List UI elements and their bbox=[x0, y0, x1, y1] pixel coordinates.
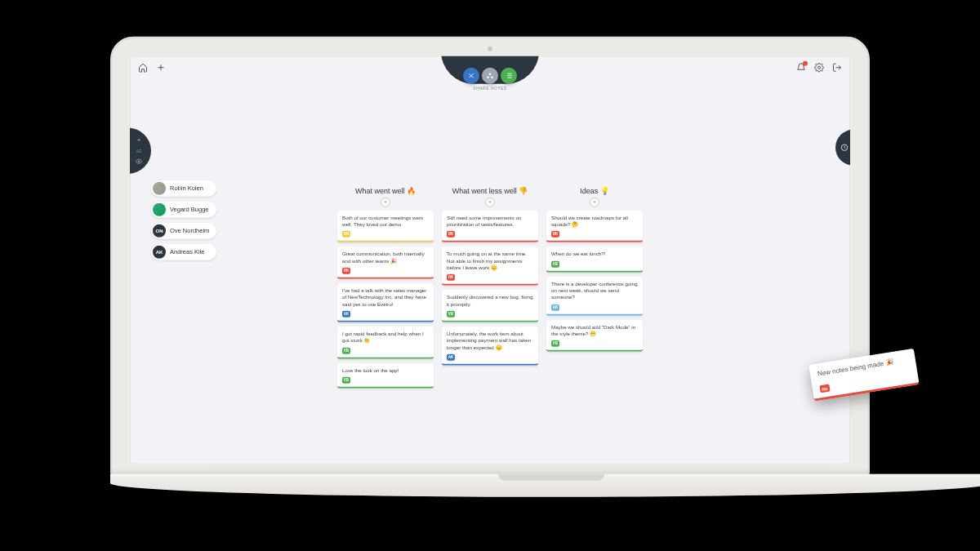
svg-point-0 bbox=[818, 66, 821, 69]
home-icon[interactable] bbox=[138, 62, 148, 73]
note-text: Should we create roadmaps for all squads… bbox=[551, 214, 638, 228]
column-add-button[interactable]: + bbox=[590, 197, 599, 207]
note-text: Great communication, both internally and… bbox=[342, 251, 429, 264]
note-card[interactable]: Suddenly discovered a new bug, fixing it… bbox=[442, 290, 538, 322]
participant-name: Ove Nordheim bbox=[170, 227, 209, 234]
participant-item[interactable]: Vegard Bugge bbox=[151, 201, 216, 217]
participants-list: Robin KoienVegard BuggeONOve NordheimAKA… bbox=[151, 180, 216, 260]
participant-item[interactable]: Robin Koien bbox=[151, 180, 216, 196]
board: What went well 🔥+Both of our customer me… bbox=[337, 186, 643, 389]
note-card[interactable]: Still need some improvements on prioriti… bbox=[442, 210, 538, 242]
column-title: What went well 🔥 bbox=[355, 186, 416, 194]
svg-point-4 bbox=[138, 160, 140, 162]
note-card[interactable]: I got rapid feedback and help when I got… bbox=[337, 327, 434, 359]
note-card[interactable]: Maybe we should add "Dark Mode" in the s… bbox=[546, 319, 643, 352]
note-author-badge: VB bbox=[447, 311, 455, 318]
note-author-badge: AK bbox=[551, 304, 559, 310]
laptop-frame: SHARE NOTES + AZ Robin KoienVegard Bugge… bbox=[110, 36, 870, 477]
camera-dot bbox=[488, 46, 492, 51]
note-author-badge: RK bbox=[447, 231, 455, 238]
note-card[interactable]: To much going on at the same time. Not a… bbox=[442, 247, 538, 286]
plus-icon[interactable]: + bbox=[136, 136, 142, 143]
note-card[interactable]: There is a developer conference going on… bbox=[546, 276, 643, 315]
laptop-notch bbox=[498, 473, 604, 480]
svg-point-2 bbox=[487, 76, 489, 78]
column-title: Ideas 💡 bbox=[580, 186, 609, 194]
app-screen: SHARE NOTES + AZ Robin KoienVegard Bugge… bbox=[130, 56, 850, 464]
hump-button-tools[interactable] bbox=[463, 67, 479, 83]
column-header: What went well 🔥+ bbox=[337, 186, 434, 207]
note-card[interactable]: Great communication, both internally and… bbox=[337, 247, 434, 279]
share-notes-label: SHARE NOTES bbox=[473, 85, 506, 90]
participant-item[interactable]: ONOve Nordheim bbox=[151, 222, 216, 238]
az-sort-icon[interactable]: AZ bbox=[136, 147, 142, 153]
notification-badge bbox=[803, 60, 808, 65]
note-text: Maybe we should add "Dark Mode" in the s… bbox=[551, 323, 638, 337]
note-text: Still need some improvements on prioriti… bbox=[447, 214, 533, 228]
note-text: Love the look on the app! bbox=[342, 367, 429, 373]
column-add-button[interactable]: + bbox=[381, 197, 390, 207]
exit-icon[interactable] bbox=[832, 62, 842, 73]
column-header: What went less well 👎+ bbox=[442, 186, 538, 207]
note-text: I got rapid feedback and help when I got… bbox=[342, 331, 429, 344]
note-author-badge: RK bbox=[551, 231, 559, 238]
participant-name: Robin Koien bbox=[170, 184, 203, 192]
board-column: What went less well 👎+Still need some im… bbox=[442, 186, 538, 389]
note-author-badge: AK bbox=[342, 311, 350, 318]
note-author-badge: VB bbox=[342, 347, 350, 353]
participant-name: Vegard Bugge bbox=[170, 206, 209, 213]
note-author-badge: ON bbox=[342, 231, 350, 238]
svg-point-3 bbox=[491, 76, 493, 78]
eye-icon[interactable] bbox=[136, 158, 142, 164]
settings-icon[interactable] bbox=[814, 62, 824, 73]
note-text: Both of our customer meetings went well.… bbox=[342, 214, 429, 228]
column-title: What went less well 👎 bbox=[452, 186, 528, 194]
note-author-badge: RK bbox=[342, 268, 350, 274]
top-hump-buttons bbox=[463, 67, 517, 83]
note-card[interactable]: Love the look on the app!VB bbox=[337, 362, 434, 388]
note-card[interactable]: Both of our customer meetings went well.… bbox=[337, 210, 434, 242]
note-author-badge: VB bbox=[342, 377, 350, 384]
board-column: What went well 🔥+Both of our customer me… bbox=[337, 186, 434, 389]
note-text: I've had a talk with the sales manager o… bbox=[342, 287, 429, 308]
column-header: Ideas 💡+ bbox=[546, 186, 643, 207]
note-author-badge: AK bbox=[447, 354, 455, 361]
participant-item[interactable]: AKAndreas Kile bbox=[151, 243, 216, 260]
left-side-panel[interactable]: + AZ bbox=[130, 127, 151, 173]
note-author-badge: VB bbox=[551, 260, 559, 267]
svg-point-1 bbox=[489, 73, 492, 75]
add-icon[interactable] bbox=[156, 62, 166, 73]
laptop-base bbox=[110, 473, 980, 496]
column-add-button[interactable]: + bbox=[485, 197, 495, 207]
note-text: Unfortunately, the work item about imple… bbox=[447, 331, 533, 351]
avatar: AK bbox=[153, 245, 166, 258]
right-side-panel[interactable] bbox=[835, 129, 850, 165]
note-text: To much going on at the same time. Not a… bbox=[447, 251, 533, 271]
note-card[interactable]: I've had a talk with the sales manager o… bbox=[337, 283, 434, 322]
note-card[interactable]: Unfortunately, the work item about imple… bbox=[442, 327, 538, 366]
avatar: ON bbox=[153, 224, 166, 237]
floating-note-avatar: RK bbox=[819, 384, 830, 393]
participant-name: Andreas Kile bbox=[170, 248, 205, 256]
avatar bbox=[153, 202, 166, 216]
notifications-icon[interactable] bbox=[796, 62, 806, 73]
note-author-badge: VB bbox=[551, 340, 559, 347]
note-card[interactable]: When do we eat lunch?!VB bbox=[546, 247, 643, 272]
board-column: Ideas 💡+Should we create roadmaps for al… bbox=[546, 186, 643, 389]
note-text: Suddenly discovered a new bug, fixing it… bbox=[447, 294, 533, 308]
hump-button-list[interactable] bbox=[501, 67, 517, 83]
note-text: When do we eat lunch?! bbox=[551, 251, 638, 257]
note-author-badge: RK bbox=[447, 274, 455, 281]
avatar bbox=[153, 181, 166, 194]
note-card[interactable]: Should we create roadmaps for all squads… bbox=[546, 210, 643, 242]
hump-button-group[interactable] bbox=[482, 67, 498, 83]
note-text: There is a developer conference going on… bbox=[551, 280, 638, 300]
